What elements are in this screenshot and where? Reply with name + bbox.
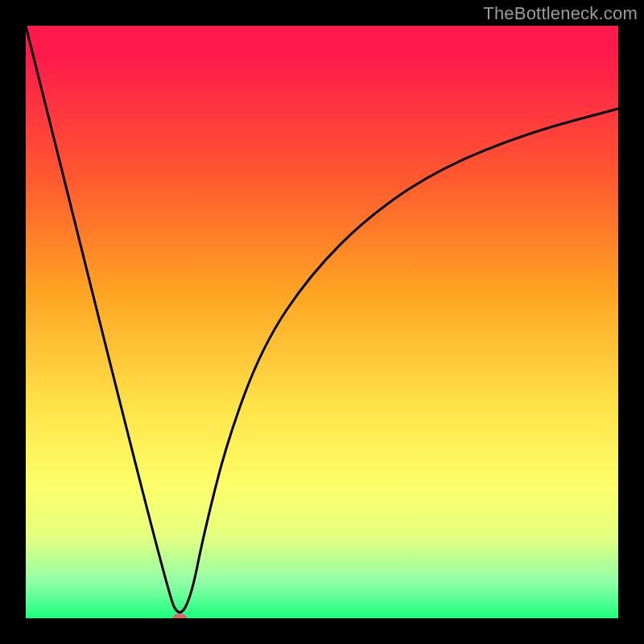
curve-path (26, 26, 618, 613)
min-marker (172, 613, 187, 618)
watermark-text: TheBottleneck.com (483, 3, 638, 24)
plot-area (26, 26, 618, 618)
chart-frame: TheBottleneck.com (0, 0, 644, 644)
bottleneck-curve (26, 26, 618, 618)
